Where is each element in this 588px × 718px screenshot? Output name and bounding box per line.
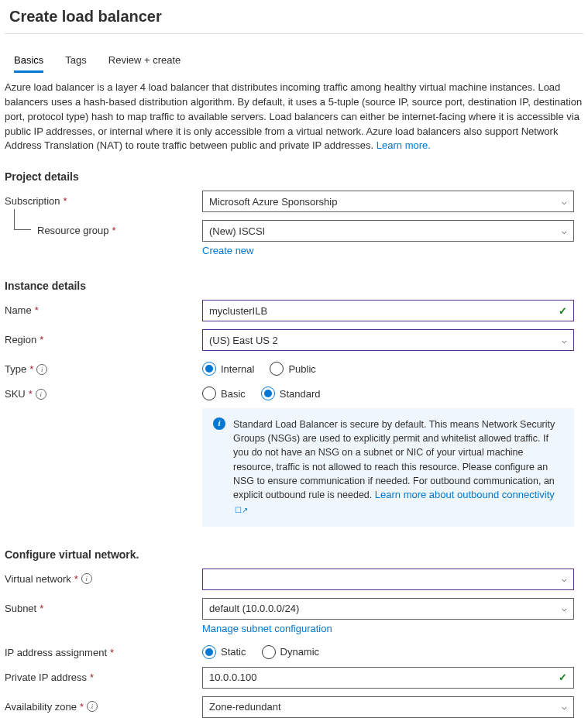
description-body: Azure load balancer is a layer 4 load ba… [5,81,582,151]
chevron-down-icon: ⌵ [562,197,567,207]
info-icon: i [213,417,225,430]
region-value: (US) East US 2 [209,335,278,346]
subscription-value: Microsoft Azure Sponsorship [209,196,337,208]
check-icon: ✓ [559,305,567,317]
required-marker: * [40,603,43,614]
info-icon[interactable]: i [81,573,92,584]
instance-details-heading: Instance details [5,280,583,292]
type-public-radio[interactable]: Public [270,362,315,376]
info-icon[interactable]: i [36,389,46,400]
sku-infobox: i Standard Load Balancer is secure by de… [202,408,574,526]
page-title: Create load balancer [5,0,583,33]
private-ip-label: Private IP address [5,672,87,683]
subscription-select[interactable]: Microsoft Azure Sponsorship ⌵ [202,191,574,212]
outbound-link-label: Learn more about outbound connectivity [375,489,555,500]
required-marker: * [64,195,67,207]
project-details-heading: Project details [5,170,583,183]
name-input[interactable]: myclusterILB ✓ [202,300,574,321]
availability-zone-label: Availability zone [5,701,77,713]
required-marker: * [90,672,94,683]
chevron-down-icon: ⌵ [562,603,567,613]
tab-review[interactable]: Review + create [108,50,181,73]
ip-dynamic-label: Dynamic [280,646,320,658]
ip-dynamic-radio[interactable]: Dynamic [262,645,320,659]
ip-static-radio[interactable]: Static [202,645,246,659]
required-marker: * [40,334,43,345]
external-link-icon: ☐↗ [235,506,248,514]
manage-subnet-link[interactable]: Manage subnet configuration [202,623,332,634]
tab-bar: Basics Tags Review + create [5,50,583,73]
subscription-label: Subscription [5,195,60,207]
subnet-value: default (10.0.0.0/24) [209,603,299,614]
tab-tags[interactable]: Tags [65,50,86,73]
type-internal-label: Internal [221,363,254,375]
info-icon[interactable]: i [36,364,47,375]
chevron-down-icon: ⌵ [562,226,567,236]
availability-zone-select[interactable]: Zone-redundant ⌵ [202,696,574,718]
resource-group-value: (New) ISCSI [209,225,265,237]
description-text: Azure load balancer is a layer 4 load ba… [5,81,583,153]
required-marker: * [112,225,116,236]
vnet-label: Virtual network [5,573,71,585]
name-value: myclusterILB [209,305,267,317]
divider [5,33,583,34]
chevron-down-icon: ⌵ [562,335,567,345]
sku-basic-label: Basic [221,388,246,400]
private-ip-value: 10.0.0.100 [209,672,256,683]
name-label: Name [5,304,32,316]
info-icon[interactable]: i [87,701,98,712]
region-label: Region [5,334,36,345]
learn-more-link[interactable]: Learn more. [377,139,431,151]
ip-assignment-label: IP address assignment [5,647,107,658]
required-marker: * [29,363,33,375]
type-internal-radio[interactable]: Internal [202,362,254,376]
tab-basics[interactable]: Basics [14,50,43,73]
availability-zone-value: Zone-redundant [209,701,281,713]
type-public-label: Public [288,363,315,375]
ip-static-label: Static [221,646,246,658]
sku-standard-radio[interactable]: Standard [261,386,321,400]
sku-label: SKU [5,388,26,400]
required-marker: * [74,573,78,585]
required-marker: * [29,388,33,400]
create-new-link[interactable]: Create new [202,245,253,256]
required-marker: * [110,647,114,658]
check-icon: ✓ [559,672,567,683]
resource-group-select[interactable]: (New) ISCSI ⌵ [202,220,574,242]
required-marker: * [35,304,39,316]
sku-standard-label: Standard [280,388,321,400]
type-label: Type [5,363,26,375]
subnet-select[interactable]: default (10.0.0.0/24) ⌵ [202,598,574,620]
sku-basic-radio[interactable]: Basic [202,386,246,400]
private-ip-input[interactable]: 10.0.0.100 ✓ [202,667,574,689]
chevron-down-icon: ⌵ [562,702,567,712]
subnet-label: Subnet [5,603,36,614]
resource-group-label: Resource group [37,225,109,236]
vnet-select[interactable]: ⌵ [202,569,574,590]
required-marker: * [80,701,84,713]
configure-vnet-heading: Configure virtual network. [5,548,583,561]
chevron-down-icon: ⌵ [562,574,567,584]
region-select[interactable]: (US) East US 2 ⌵ [202,329,574,351]
